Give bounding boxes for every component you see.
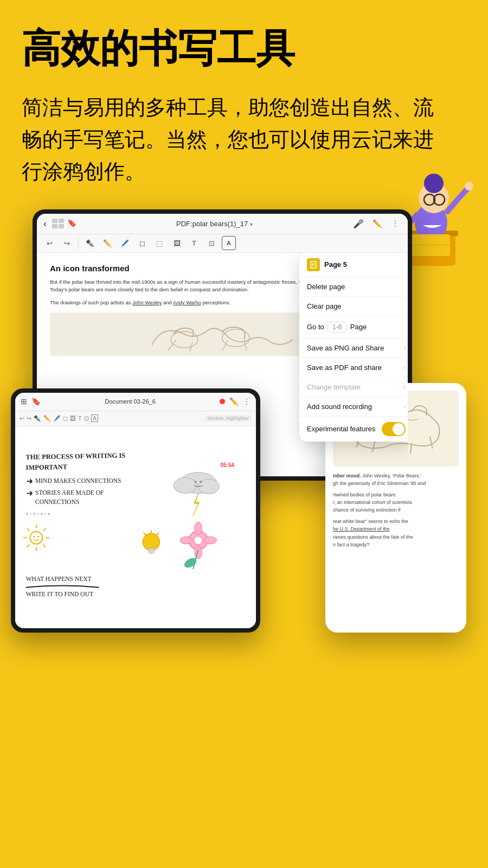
svg-point-40 xyxy=(194,536,202,544)
topbar-right: 🎤 ✏️ ⋮ xyxy=(352,218,401,229)
svg-line-29 xyxy=(43,528,46,531)
second-topbar: ⊞ 🔖 Document 03-26_6 ✏️ ⋮ xyxy=(15,393,256,411)
second-bookmark-icon[interactable]: 🔖 xyxy=(31,397,41,406)
image-tool[interactable]: 🖼 xyxy=(170,236,184,250)
second-toolbar: ↩ ↪ ✒️ ✏️ 🖊️ ◻ 🖼 T ⊡ A Strokes, highligh… xyxy=(15,411,256,426)
eraser-tool[interactable]: ◻ xyxy=(135,236,149,250)
strokes-badge: Strokes, highlighter xyxy=(204,415,252,422)
marker-tool-2[interactable]: 🖊️ xyxy=(53,415,61,422)
second-pen-icon[interactable]: ✏️ xyxy=(229,397,239,406)
svg-point-32 xyxy=(34,536,35,538)
third-text-2: rtwined bodies of polar bears r, an inte… xyxy=(333,491,459,514)
back-button[interactable]: ‹ xyxy=(43,218,47,229)
undo-button[interactable]: ↩ xyxy=(42,236,56,250)
marker-tool[interactable]: 🖊️ xyxy=(118,236,132,250)
text-tool-2[interactable]: T xyxy=(78,415,82,422)
redo-button[interactable]: ↪ xyxy=(60,236,74,250)
svg-text:IMPORTANT: IMPORTANT xyxy=(25,463,67,471)
font-tool-2[interactable]: A xyxy=(91,414,98,422)
svg-text:CONNECTIONS: CONNECTIONS xyxy=(35,498,79,505)
menu-header: Page 5 xyxy=(299,253,408,277)
font-tool[interactable]: A xyxy=(222,236,236,250)
hero-title: 高效的书写工具 xyxy=(22,27,466,70)
context-menu: Page 5 Delete page Clear page Go to Page xyxy=(299,253,408,442)
save-pdf-item[interactable]: Save as PDF and share › xyxy=(299,358,408,378)
svg-text:WHAT HAPPENS NEXT: WHAT HAPPENS NEXT xyxy=(26,576,92,583)
undo-btn[interactable]: ↩ xyxy=(20,415,24,422)
tablet-second-screen: ⊞ 🔖 Document 03-26_6 ✏️ ⋮ ↩ ↪ ✒️ ✏️ 🖊️ ◻… xyxy=(15,393,256,628)
svg-line-31 xyxy=(43,545,46,547)
text-box-tool[interactable]: T xyxy=(187,236,201,250)
svg-point-42 xyxy=(195,546,202,559)
hero-description: 简洁与易用的多种工具，助您创造出自然、流畅的手写笔记。当然，您也可以使用云记来进… xyxy=(22,92,445,188)
svg-text:STORIES ARE MADE OF: STORIES ARE MADE OF xyxy=(35,489,104,496)
eraser-tool-2[interactable]: ◻ xyxy=(63,415,68,422)
svg-point-35 xyxy=(174,477,196,493)
image-tool-2[interactable]: 🖼 xyxy=(70,415,76,422)
svg-line-30 xyxy=(27,545,30,547)
svg-point-38 xyxy=(200,481,202,483)
toolbar-row: ↩ ↪ ✒️ ✏️ 🖊️ ◻ ⬚ 🖼 T ⊡ A xyxy=(37,234,408,253)
tablet-topbar: ‹ 🔖 PDF:polar bears(1)_17 ▾ 🎤 ✏️ ⋮ xyxy=(37,214,408,234)
svg-point-23 xyxy=(30,532,42,544)
svg-line-28 xyxy=(27,528,30,531)
add-sound-item[interactable]: Add sound recording › xyxy=(299,397,408,417)
lasso-tool[interactable]: ⬚ xyxy=(152,236,166,250)
timer-badge: 05:54 xyxy=(220,462,234,468)
second-more-icon[interactable]: ⋮ xyxy=(243,397,251,406)
grid-view-icons[interactable]: 🔖 xyxy=(52,219,76,228)
svg-point-8 xyxy=(465,182,473,190)
experimental-features-item[interactable]: Experimental features xyxy=(299,417,408,442)
svg-point-4 xyxy=(424,174,444,193)
third-text-1: mber mood. John Wesley, 'Polar Bears,' g… xyxy=(333,472,459,488)
more-options-icon[interactable]: ⋮ xyxy=(389,218,401,229)
svg-text:THE PROCESS OF WRITING IS: THE PROCESS OF WRITING IS xyxy=(25,451,125,461)
svg-text:WRITE IT TO FIND OUT: WRITE IT TO FIND OUT xyxy=(26,591,93,598)
handwriting-area: 05:54 THE PROCESS OF WRITING IS IMPORTAN… xyxy=(15,426,256,628)
experimental-toggle[interactable] xyxy=(382,422,406,436)
svg-point-37 xyxy=(195,481,197,483)
pencil-tool[interactable]: ✏️ xyxy=(100,236,114,250)
tablet-second: ⊞ 🔖 Document 03-26_6 ✏️ ⋮ ↩ ↪ ✒️ ✏️ 🖊️ ◻… xyxy=(11,388,260,633)
second-grid-icon[interactable]: ⊞ xyxy=(21,397,27,406)
svg-text:- · - · - · -: - · - · - · - xyxy=(26,510,50,518)
pencil-tool-2[interactable]: ✏️ xyxy=(43,415,51,422)
page-icon xyxy=(307,258,320,271)
svg-text:MIND MAKES CONNECTIONS: MIND MAKES CONNECTIONS xyxy=(35,477,121,484)
svg-point-44 xyxy=(204,537,216,544)
pen-icon[interactable]: ✏️ xyxy=(371,218,383,229)
document-title: PDF:polar bears(1)_17 ▾ xyxy=(82,220,347,228)
svg-point-46 xyxy=(143,533,159,550)
clear-page-item[interactable]: Clear page xyxy=(299,297,408,316)
third-text-3: reat white bear" seems to echo the he U.… xyxy=(333,518,459,549)
svg-point-33 xyxy=(37,536,39,538)
second-doc-title: Document 03-26_6 xyxy=(45,398,215,405)
pen-tool[interactable]: ✒️ xyxy=(83,236,97,250)
svg-point-43 xyxy=(180,537,192,544)
redo-btn[interactable]: ↪ xyxy=(27,415,31,422)
pen-tool-2[interactable]: ✒️ xyxy=(34,415,41,422)
goto-page-item[interactable]: Go to Page xyxy=(299,316,408,339)
recording-indicator xyxy=(220,399,225,404)
microphone-icon[interactable]: 🎤 xyxy=(352,218,364,229)
hero-section: 高效的书写工具 简洁与易用的多种工具，助您创造出自然、流畅的手写笔记。当然，您也… xyxy=(0,0,488,209)
goto-input[interactable] xyxy=(328,322,347,333)
tablet-area: ‹ 🔖 PDF:polar bears(1)_17 ▾ 🎤 ✏️ ⋮ xyxy=(11,209,477,589)
menu-page-label: Page 5 xyxy=(324,260,347,269)
crop-tool[interactable]: ⊡ xyxy=(204,236,219,250)
crop-tool-2[interactable]: ⊡ xyxy=(84,415,89,422)
change-template-item[interactable]: Change template › xyxy=(299,378,408,397)
delete-page-item[interactable]: Delete page xyxy=(299,277,408,297)
svg-point-41 xyxy=(195,522,202,534)
save-png-item[interactable]: Save as PNG and Share › xyxy=(299,339,408,358)
